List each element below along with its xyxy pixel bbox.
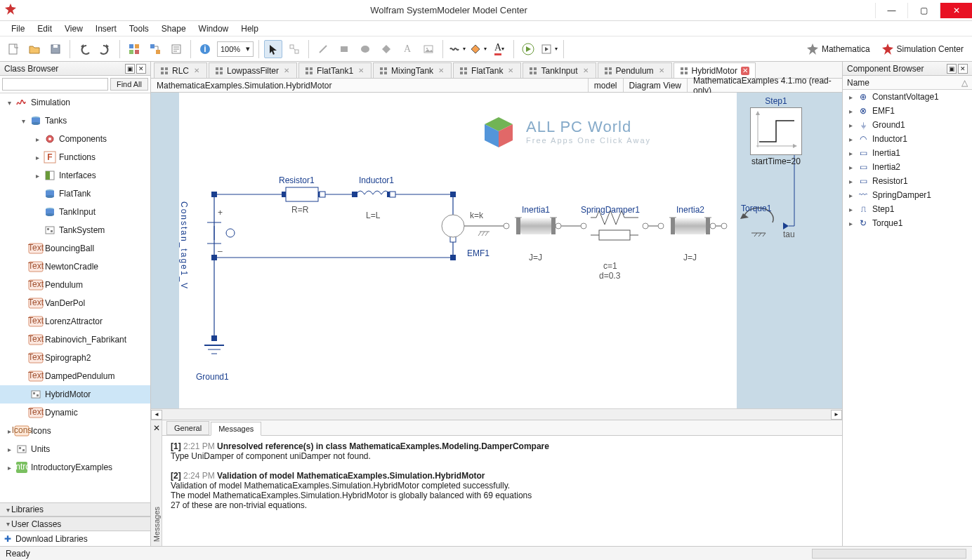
tab-general[interactable]: General <box>166 421 209 435</box>
component-item[interactable]: ▸⎍Step1 <box>843 202 972 216</box>
close-tab-icon[interactable]: ✕ <box>506 67 515 75</box>
text-tool[interactable]: A <box>398 40 416 58</box>
tab-pendulum[interactable]: Pendulum✕ <box>598 62 672 78</box>
close-tab-icon[interactable]: ✕ <box>437 67 445 75</box>
close-tab-icon[interactable]: ✕ <box>657 67 666 75</box>
new-button[interactable] <box>4 40 22 58</box>
menu-view[interactable]: View <box>59 22 88 35</box>
class-search-input[interactable] <box>2 78 108 91</box>
component-item[interactable]: ▸▭Inertia2 <box>843 160 972 174</box>
tab-tankinput[interactable]: TankInput✕ <box>523 62 596 78</box>
step1-block[interactable]: Step1 startTime=20 <box>749 96 803 166</box>
tree-item[interactable]: ▸FFunctions <box>0 148 150 166</box>
tree-item[interactable]: TextSpirograph2 <box>0 349 150 367</box>
text-style-button[interactable]: A▾ <box>490 40 508 58</box>
menu-tools[interactable]: Tools <box>124 22 155 35</box>
redo-button[interactable] <box>96 40 114 58</box>
tree-item[interactable]: ▸Components <box>0 130 150 148</box>
tree-item[interactable]: ▾Tanks <box>0 112 150 130</box>
view-mode[interactable]: Diagram View <box>624 79 688 92</box>
save-button[interactable] <box>46 40 65 58</box>
tab-lowpassfilter[interactable]: LowpassFilter✕ <box>209 62 297 78</box>
component-item[interactable]: ▸↻Torque1 <box>843 216 972 230</box>
pointer-tool[interactable] <box>264 40 282 58</box>
ellipse-tool[interactable] <box>356 40 374 58</box>
tree-item[interactable]: TextLorenzAttractor <box>0 312 150 331</box>
tree-item[interactable]: TextRabinovich_Fabrikant <box>0 331 150 349</box>
menu-help[interactable]: Help <box>235 22 264 35</box>
tree-item[interactable]: TankSystem <box>0 221 150 239</box>
simulation-center-link[interactable]: Simulation Center <box>877 43 968 55</box>
class-tree[interactable]: ▾Simulation▾Tanks▸Components▸FFunctions▸… <box>0 93 150 502</box>
text-view-button[interactable] <box>167 40 185 58</box>
menu-edit[interactable]: Edit <box>32 22 58 35</box>
close-button[interactable]: ✕ <box>940 3 972 18</box>
undock-icon[interactable]: ▣ <box>947 64 957 74</box>
component-item[interactable]: ▸▭Resistor1 <box>843 174 972 188</box>
tree-item[interactable]: TextPendulum <box>0 276 150 294</box>
close-panel-icon[interactable]: ✕ <box>136 64 146 74</box>
tree-item[interactable]: TextBouncingBall <box>0 239 150 258</box>
tree-item[interactable]: ▸IconsIcons <box>0 422 150 440</box>
horizontal-scrollbar[interactable]: ◄ ► <box>151 408 842 420</box>
zoom-select[interactable]: 100%▾ <box>217 41 254 57</box>
line-style-button[interactable]: ▾ <box>448 40 466 58</box>
undo-button[interactable] <box>75 40 93 58</box>
mathematica-link[interactable]: Mathematica <box>802 43 874 55</box>
libraries-header[interactable]: Libraries <box>11 505 44 514</box>
tree-item[interactable]: TextVanDerPol <box>0 294 150 312</box>
fill-style-button[interactable]: ▾ <box>469 40 487 58</box>
tab-mixingtank[interactable]: MixingTank✕ <box>373 62 452 78</box>
user-classes-header[interactable]: User Classes <box>11 519 61 529</box>
menu-shape[interactable]: Shape <box>156 22 192 35</box>
connect-tool[interactable] <box>285 40 303 58</box>
info-button[interactable]: i <box>196 40 214 58</box>
component-item[interactable]: ▸▭Inertia1 <box>843 146 972 160</box>
tree-item[interactable]: TextDynamic <box>0 404 150 422</box>
scroll-left-button[interactable]: ◄ <box>151 410 162 420</box>
undock-icon[interactable]: ▣ <box>125 64 135 74</box>
component-item[interactable]: ▸〰SpringDamper1 <box>843 188 972 202</box>
column-name[interactable]: Name <box>847 78 869 88</box>
tree-item[interactable]: ▸Interfaces <box>0 166 150 185</box>
tab-flattank1[interactable]: FlatTank1✕ <box>298 62 372 78</box>
tree-item[interactable]: TankInput <box>0 203 150 221</box>
component-item[interactable]: ▸⊗EMF1 <box>843 104 972 118</box>
animate-button[interactable]: ▾ <box>540 40 558 58</box>
tab-messages[interactable]: Messages <box>211 422 261 436</box>
component-item[interactable]: ▸◠Inductor1 <box>843 132 972 146</box>
tree-item[interactable]: HybridMotor <box>0 385 150 404</box>
open-button[interactable] <box>25 40 44 58</box>
tab-flattank[interactable]: FlatTank✕ <box>453 62 521 78</box>
tree-item[interactable]: TextNewtonCradle <box>0 258 150 276</box>
close-tab-icon[interactable]: ✕ <box>282 67 291 75</box>
image-tool[interactable] <box>419 40 438 58</box>
rect-tool[interactable] <box>335 40 353 58</box>
diagram-canvas[interactable]: ALL PC WorldFree Apps One Click Away +– <box>151 93 842 408</box>
menu-window[interactable]: Window <box>193 22 235 35</box>
messages-text[interactable]: [1] 2:21 PM Unresolved reference(s) in c… <box>162 436 842 546</box>
class-view-button[interactable] <box>125 40 143 58</box>
tree-item[interactable]: ▸IntroIntroductoryExamples <box>0 458 150 476</box>
close-tab-icon[interactable]: ✕ <box>192 67 201 75</box>
tree-item[interactable]: ▾Simulation <box>0 93 150 112</box>
close-tab-icon[interactable]: ✕ <box>741 67 749 75</box>
close-messages-icon[interactable]: ✕ <box>153 423 160 433</box>
menu-insert[interactable]: Insert <box>90 22 122 35</box>
tab-rlc[interactable]: RLC✕ <box>154 62 207 78</box>
polygon-tool[interactable] <box>377 40 395 58</box>
menu-file[interactable]: File <box>6 22 30 35</box>
tree-item[interactable]: ▸Units <box>0 440 150 458</box>
scroll-right-button[interactable]: ► <box>831 410 842 420</box>
close-tab-icon[interactable]: ✕ <box>582 67 590 75</box>
tree-item[interactable]: FlatTank <box>0 185 150 203</box>
close-panel-icon[interactable]: ✕ <box>958 64 968 74</box>
close-tab-icon[interactable]: ✕ <box>357 67 365 75</box>
component-item[interactable]: ▸⏚Ground1 <box>843 118 972 132</box>
diagram-view-button[interactable] <box>146 40 164 58</box>
component-item[interactable]: ▸⊕ConstantVoltage1 <box>843 90 972 104</box>
tree-item[interactable]: TextDampedPendulum <box>0 367 150 385</box>
line-tool[interactable] <box>314 40 332 58</box>
minimize-button[interactable]: — <box>875 3 907 18</box>
download-libraries-link[interactable]: ✚Download Libraries <box>0 531 150 546</box>
